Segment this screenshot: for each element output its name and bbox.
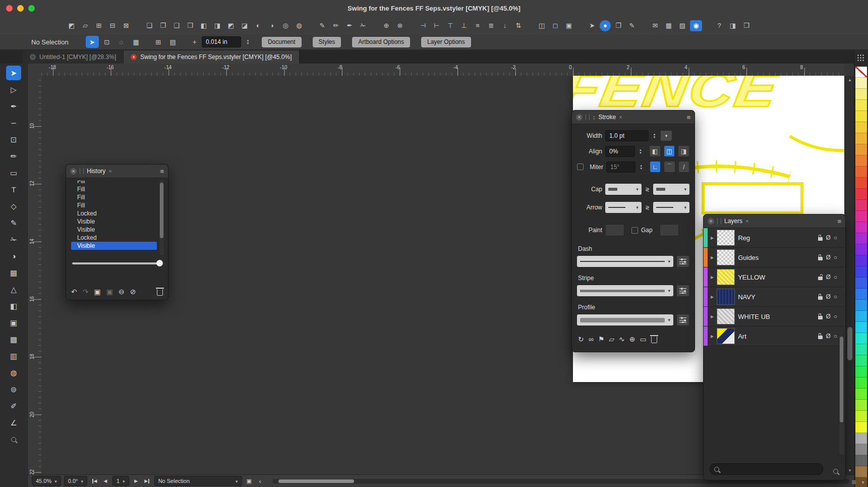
group-select-icon[interactable]: ⊡ [100, 36, 113, 48]
eyedropper-tool[interactable]: ✐ [6, 399, 21, 413]
lock-icon[interactable] [818, 237, 823, 241]
clear-history-icon[interactable]: ⊘ [130, 288, 136, 296]
subtract-icon[interactable]: ❐ [157, 20, 169, 31]
join-bevel-button[interactable]: / [678, 161, 689, 173]
text-tool[interactable]: T [6, 182, 21, 197]
chevron-down-icon[interactable] [859, 478, 866, 485]
frame-tool[interactable]: ▣ [6, 315, 21, 330]
align-center-button[interactable]: ◫ [664, 145, 675, 157]
color-swatch[interactable] [855, 422, 867, 433]
distribute-horizontal-icon[interactable]: ≡ [472, 20, 484, 31]
close-stroke-tab-icon[interactable] [619, 114, 622, 120]
trim-icon[interactable]: ◨ [211, 20, 223, 31]
table-tool[interactable]: ▦ [6, 265, 21, 280]
color-swatch[interactable] [855, 400, 867, 411]
end-arrow-dropdown[interactable] [653, 202, 689, 213]
panel-drag-handle[interactable] [717, 218, 721, 224]
selection-dropdown[interactable]: No Selection [154, 476, 242, 486]
disclosure-icon[interactable] [711, 314, 714, 319]
color-swatch[interactable] [855, 455, 867, 466]
duplicate-page-icon[interactable]: ❐ [612, 20, 624, 31]
close-panel-icon[interactable] [708, 218, 714, 225]
dash-settings-button[interactable] [676, 255, 689, 267]
union-icon[interactable]: ❏ [143, 20, 155, 31]
miter-stepper[interactable] [639, 162, 644, 172]
close-panel-icon[interactable] [70, 168, 77, 175]
history-item[interactable]: Fill [71, 193, 157, 201]
target-circle-icon[interactable] [834, 274, 837, 281]
color-swatch[interactable] [855, 222, 867, 233]
scroll-down-icon[interactable] [845, 468, 855, 473]
color-swatch[interactable] [855, 211, 867, 222]
stripe-dropdown[interactable] [577, 285, 673, 296]
color-swatch[interactable] [855, 466, 867, 477]
align-left-icon[interactable]: ⊣ [417, 20, 429, 31]
history-item[interactable]: Visible [71, 226, 157, 234]
next-page-button[interactable] [132, 477, 140, 485]
preview-mode-icon[interactable]: ◻ [549, 20, 561, 31]
delete-stroke-icon[interactable] [651, 335, 657, 343]
outline-icon[interactable]: ◪ [239, 20, 251, 31]
align-outside-button[interactable]: ◨ [678, 145, 689, 157]
arrange-down-icon[interactable]: ↓ [499, 20, 511, 31]
merge-icon[interactable]: ◩ [225, 20, 237, 31]
color-swatch[interactable] [855, 311, 867, 322]
target-circle-icon[interactable] [834, 254, 837, 261]
comment-icon[interactable]: ● [600, 20, 611, 31]
color-swatch[interactable] [855, 122, 867, 133]
join-miter-button[interactable]: ∟ [650, 161, 661, 173]
color-swatch[interactable] [855, 100, 867, 111]
color-swatch[interactable] [855, 255, 867, 266]
layers-panel-header[interactable]: Layers [704, 214, 845, 228]
scrollbar-thumb[interactable] [847, 327, 852, 360]
color-swatch[interactable] [855, 444, 867, 455]
scale-icon[interactable]: ⊟ [106, 20, 119, 31]
panel-drag-handle[interactable] [586, 114, 590, 120]
new-snapshot-icon[interactable]: ▣ [94, 288, 100, 296]
color-swatch[interactable] [855, 333, 867, 344]
divide-icon[interactable]: ◧ [198, 20, 210, 31]
layer-options-button[interactable]: Layer Options [421, 37, 471, 47]
nudge-distance-field[interactable]: 0.014 in [202, 36, 241, 47]
layer-row[interactable]: NAVY [704, 287, 845, 307]
history-item[interactable]: Fill [71, 185, 157, 193]
target-circle-icon[interactable] [834, 333, 837, 340]
stroke-style-sync-icon[interactable]: ↻ [578, 335, 584, 343]
last-page-button[interactable] [143, 477, 151, 485]
history-position-slider[interactable] [72, 262, 162, 264]
offset-icon[interactable]: ◎ [279, 20, 292, 31]
color-swatch[interactable] [855, 300, 867, 311]
brush-tool[interactable]: ✎ [6, 215, 21, 230]
redo-icon[interactable]: ↷ [83, 288, 89, 296]
exclude-icon[interactable]: ❒ [184, 20, 196, 31]
note-icon[interactable]: ✎ [626, 20, 638, 31]
styles-button[interactable]: Styles [313, 37, 341, 47]
stroke-link-icon[interactable]: ∞ [589, 335, 594, 343]
hatch-preview-icon[interactable]: ▨ [676, 20, 688, 31]
vertical-ruler[interactable]: 10121416182022 [28, 76, 42, 474]
history-item[interactable]: Locked [71, 209, 157, 218]
color-swatch[interactable] [855, 344, 867, 355]
pattern-tool[interactable]: ▩ [6, 332, 21, 347]
panel-menu-icon[interactable] [686, 114, 690, 121]
corner-icon[interactable]: ⊠ [120, 20, 132, 31]
lock-icon[interactable] [818, 277, 823, 280]
lasso-tool[interactable]: ∽ [6, 116, 21, 130]
gap-checkbox[interactable] [631, 227, 638, 234]
hidden-eye-icon[interactable] [826, 234, 830, 241]
color-swatch[interactable] [855, 189, 867, 200]
target-circle-icon[interactable] [834, 293, 837, 300]
stroke-rect-icon[interactable]: ▭ [640, 335, 647, 343]
color-swatch[interactable] [855, 111, 867, 122]
scroll-up-icon[interactable] [845, 77, 855, 82]
color-swatch[interactable] [855, 411, 867, 422]
canvas-options-icon[interactable] [245, 477, 253, 485]
miter-checkbox[interactable] [577, 164, 584, 170]
scrollbar-thumb[interactable] [840, 337, 843, 422]
direct-select-tool[interactable]: ▷ [6, 82, 21, 97]
close-history-tab-icon[interactable] [108, 168, 111, 174]
ruler-origin-corner[interactable] [28, 64, 42, 76]
color-swatch[interactable] [855, 389, 867, 400]
lock-icon[interactable] [818, 336, 823, 339]
undo-icon[interactable]: ↶ [71, 288, 77, 296]
